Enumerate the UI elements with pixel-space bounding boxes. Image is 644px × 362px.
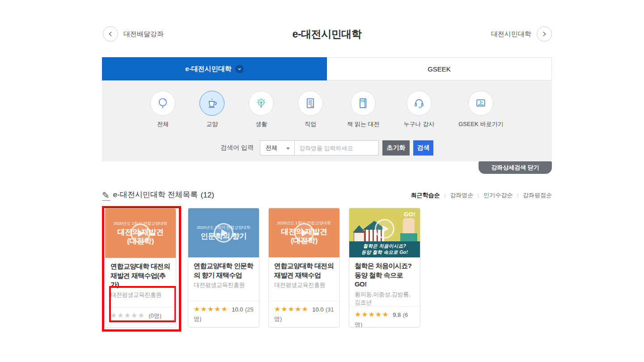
reset-button[interactable]: 초기화: [382, 140, 410, 156]
building-icon: [304, 97, 317, 109]
star-rating: ★★★★★: [110, 311, 145, 319]
course-org: 황의동,이종성,김방룡,김조년: [355, 290, 415, 306]
course-card[interactable]: 2020년도 1학기 연합교양대학 인문학의 향기 연합교양대학 인문학의 향기…: [188, 208, 259, 328]
sort-recent[interactable]: 최근학습순: [411, 191, 440, 199]
chevron-down-icon[interactable]: [235, 65, 244, 73]
sleeve-shape: [400, 233, 417, 242]
hanok-wall-shape: [354, 232, 364, 242]
sort-popularity[interactable]: 인기수강순: [483, 191, 513, 199]
course-title: 연합교양대학 인문학의 향기 재택수업: [194, 261, 254, 280]
course-title: 연합교양대학 대전의 재발견 재택수업(추가): [110, 262, 170, 290]
category-book-reading[interactable]: 책 읽는 대전: [347, 91, 379, 128]
course-rating: ★★★★★ 10.0 (31명): [269, 301, 339, 327]
course-thumbnail: GO! 철학은 처음이시죠? 동양 철학 속으로 Go!: [349, 208, 420, 257]
rating-score: 9.8: [393, 311, 401, 318]
list-title: ✎ e-대전시민대학 전체목록 (12): [102, 189, 214, 200]
category-row: 전체 교양 생활 직업 책 읽는 대전 누구나 강사: [102, 91, 552, 128]
category-label: 직업: [305, 120, 316, 128]
search-input[interactable]: [295, 140, 379, 156]
course-thumbnail: 2020년도 1학기 연합교양대학 인문학의 향기: [188, 208, 259, 257]
category-label: 전체: [157, 120, 169, 128]
light-bulb-icon: [255, 97, 267, 109]
search-scope-select[interactable]: 전체: [260, 140, 295, 156]
course-card[interactable]: GO! 철학은 처음이시죠? 동양 철학 속으로 Go! 철학은 처음이시죠? …: [349, 208, 420, 328]
list-title-text: e-대전시민대학 전체목록: [113, 189, 198, 200]
tab-e-daejeon-label: e-대전시민대학: [185, 65, 231, 73]
category-label: GSEEK 바로가기: [458, 120, 503, 128]
thumb-caption-band: 철학은 처음이시죠? 동양 철학 속으로 Go!: [349, 241, 420, 257]
filter-panel: 전체 교양 생활 직업 책 읽는 대전 누구나 강사: [102, 80, 552, 161]
course-title: 연합교양대학 대전의 재발견 재택수업: [274, 261, 334, 280]
course-rating: ★★★★★ 9.8 (6명): [349, 306, 420, 328]
tab-gseek[interactable]: GSEEK: [327, 57, 552, 80]
course-info: 연합교양대학 대전의 재발견 재택수업(추가) 대전평생교육진흥원: [105, 258, 176, 307]
list-header: ✎ e-대전시민대학 전체목록 (12) 최근학습순| 강좌명순| 인기수강순|…: [102, 189, 552, 202]
thumb-caption-line2: 동양 철학 속으로 Go!: [361, 249, 408, 256]
star-rating: ★★★★★: [355, 311, 389, 318]
course-info: 연합교양대학 인문학의 향기 재택수업 대전평생교육진흥원: [188, 257, 259, 301]
course-title: 철학은 처음이시죠? 동양 철학 속으로 GO!: [355, 261, 415, 289]
course-card[interactable]: 2020년도 1학기 연합교양대학 대전의 재발견 (대전학) 연합교양대학 대…: [105, 208, 176, 328]
category-anyone-instructor[interactable]: 누구나 강사: [404, 91, 435, 128]
headset-icon: [413, 97, 425, 109]
course-card[interactable]: 2020년도 1학기 연합교양대학 대전의 재발견 (대전학) 연합교양대학 대…: [268, 208, 340, 328]
category-gseek-shortcut[interactable]: GSEEK 바로가기: [458, 91, 503, 128]
category-label: 누구나 강사: [404, 120, 435, 128]
star-rating: ★★★★★: [274, 305, 309, 313]
course-org: 대전평생교육진흥원: [110, 291, 170, 299]
search-row: 검색어 입력 전체 초기화 검색: [102, 140, 552, 156]
play-icon: [375, 219, 394, 239]
rating-score: 10.0: [312, 306, 323, 313]
course-org: 대전평생교육진흥원: [194, 281, 254, 289]
category-life[interactable]: 생활: [249, 91, 274, 128]
sort-options: 최근학습순| 강좌명순| 인기수강순| 강좌평점순: [411, 191, 552, 199]
caret-down-icon: [286, 147, 290, 150]
course-rating: ★★★★★ 10.0 (25명): [188, 301, 259, 327]
tab-gseek-label: GSEEK: [428, 65, 451, 73]
go-label: GO!: [404, 211, 415, 218]
play-icon: [131, 223, 150, 243]
sort-name[interactable]: 강좌명순: [450, 191, 473, 199]
page-title: e-대전시민대학: [102, 27, 552, 41]
star-rating: ★★★★★: [194, 305, 228, 313]
category-label: 교양: [206, 120, 218, 128]
category-label: 책 읽는 대전: [347, 120, 379, 128]
rating-score: 10.0: [232, 306, 243, 313]
category-job[interactable]: 직업: [298, 91, 323, 128]
course-org: 대전평생교육진흥원: [274, 281, 334, 289]
course-info: 연합교양대학 대전의 재발견 재택수업 대전평생교육진흥원: [269, 257, 339, 301]
course-info: 철학은 처음이시죠? 동양 철학 속으로 GO! 황의동,이종성,김방룡,김조년: [349, 257, 420, 306]
play-icon: [294, 223, 314, 243]
close-detail-search-button[interactable]: 강좌상세검색 닫기: [479, 161, 552, 174]
pencil-icon: ✎: [102, 191, 110, 201]
search-scope-value: 전체: [266, 144, 277, 152]
course-thumbnail: 2020년도 1학기 연합교양대학 대전의 재발견 (대전학): [105, 209, 176, 258]
video-player-icon: [475, 97, 487, 109]
provider-tabs: e-대전시민대학 GSEEK: [102, 57, 552, 80]
category-label: 생활: [255, 120, 267, 128]
tab-e-daejeon[interactable]: e-대전시민대학: [102, 57, 327, 80]
course-rating: ★★★★★ (0명): [105, 307, 176, 328]
page: 대전배달강좌 e-대전시민대학 대전시민대학 e-대전시민대학 GSEEK 전체: [0, 0, 644, 362]
balloon-icon: [157, 97, 169, 109]
header: 대전배달강좌 e-대전시민대학 대전시민대학: [102, 25, 552, 45]
sort-rating[interactable]: 강좌평점순: [523, 191, 552, 199]
thumb-caption-line1: 철학은 처음이시죠?: [363, 243, 406, 249]
next-page-label[interactable]: 대전시민대학: [491, 30, 531, 38]
coffee-cup-icon: [206, 97, 218, 109]
next-arrow-button[interactable]: [537, 26, 552, 42]
course-thumbnail: 2020년도 1학기 연합교양대학 대전의 재발견 (대전학): [269, 208, 339, 257]
category-all[interactable]: 전체: [150, 91, 175, 128]
book-icon: [357, 97, 369, 109]
rating-count: (0명): [148, 312, 161, 319]
list-count: (12): [201, 191, 214, 200]
category-liberal-arts[interactable]: 교양: [199, 91, 225, 128]
play-icon: [214, 223, 233, 243]
chevron-right-icon: [542, 31, 547, 37]
search-label: 검색어 입력: [220, 144, 254, 152]
search-button[interactable]: 검색: [413, 140, 433, 156]
